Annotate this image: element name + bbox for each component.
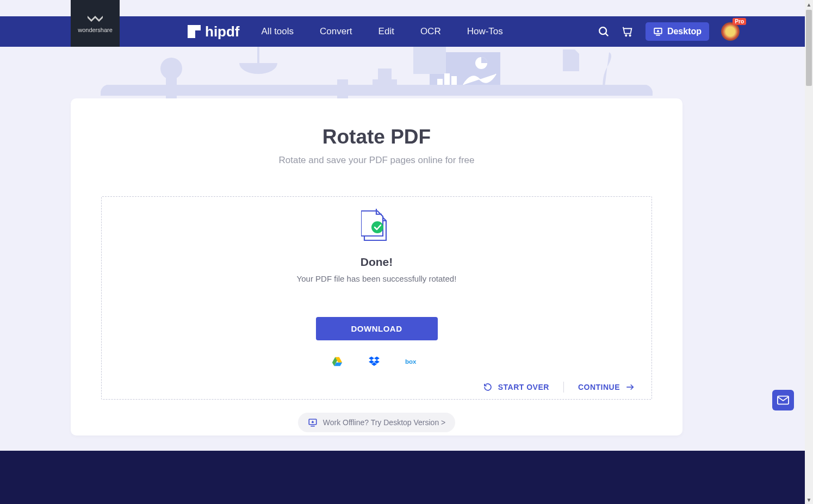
continue-link[interactable]: CONTINUE	[578, 382, 635, 392]
result-box: Done! Your PDF file has been successfull…	[101, 196, 652, 400]
download-button[interactable]: DOWNLOAD	[316, 317, 438, 340]
start-over-label: START OVER	[498, 383, 549, 391]
wondershare-icon	[88, 14, 103, 23]
page-title: Rotate PDF	[101, 126, 652, 148]
scroll-thumb[interactable]	[806, 10, 812, 86]
desktop-small-icon	[308, 418, 318, 427]
header-right: Desktop Pro	[598, 22, 805, 41]
continue-label: CONTINUE	[578, 383, 620, 391]
download-desktop-icon	[653, 27, 663, 36]
nav-convert[interactable]: Convert	[320, 26, 352, 37]
product-logo[interactable]: hipdf	[188, 23, 240, 40]
product-name: hipdf	[205, 23, 240, 40]
page-subtitle: Rotate and save your PDF pages online fo…	[101, 155, 652, 166]
desktop-button[interactable]: Desktop	[646, 22, 709, 41]
search-icon[interactable]	[598, 26, 610, 38]
scroll-down-arrow-icon[interactable]: ▼	[805, 495, 813, 504]
offline-label: Work Offline? Try Desktop Version >	[323, 418, 446, 427]
main-card: Rotate PDF Rotate and save your PDF page…	[71, 98, 682, 435]
nav-ocr[interactable]: OCR	[420, 26, 441, 37]
svg-rect-6	[373, 79, 397, 96]
nav-all-tools[interactable]: All tools	[262, 26, 294, 37]
success-file-icon	[102, 209, 651, 242]
svg-point-2	[625, 35, 626, 36]
mail-icon	[777, 395, 789, 405]
vertical-scrollbar[interactable]: ▲ ▼	[805, 0, 813, 504]
done-subtitle: Your PDF file has been successfully rota…	[102, 274, 651, 283]
dropbox-icon[interactable]	[368, 356, 380, 368]
parent-brand-block[interactable]: wondershare	[71, 0, 120, 47]
svg-point-10	[475, 57, 487, 69]
nav-edit[interactable]: Edit	[378, 26, 394, 37]
top-header: hipdf All tools Convert Edit OCR How-Tos…	[0, 16, 805, 47]
divider	[563, 382, 564, 393]
svg-line-1	[606, 34, 609, 36]
feedback-mail-button[interactable]	[772, 390, 794, 410]
action-row: START OVER CONTINUE	[483, 382, 635, 393]
google-drive-icon[interactable]	[331, 356, 343, 368]
offline-pill[interactable]: Work Offline? Try Desktop Version >	[298, 413, 456, 432]
desktop-button-label: Desktop	[667, 27, 702, 36]
start-over-link[interactable]: START OVER	[483, 382, 549, 392]
main-nav: All tools Convert Edit OCR How-Tos	[262, 26, 503, 37]
restart-icon	[483, 382, 493, 392]
arrow-right-icon	[625, 382, 635, 392]
nav-how-tos[interactable]: How-Tos	[467, 26, 503, 37]
svg-point-0	[599, 27, 606, 34]
header-inner: hipdf All tools Convert Edit OCR How-Tos…	[0, 22, 805, 41]
logo-mark-icon	[188, 25, 201, 38]
footer-bar	[0, 451, 805, 504]
svg-rect-9	[413, 47, 446, 74]
done-title: Done!	[102, 256, 651, 269]
pro-badge: Pro	[733, 18, 746, 25]
svg-rect-7	[378, 69, 392, 79]
svg-rect-8	[430, 52, 500, 96]
avatar[interactable]: Pro	[721, 22, 740, 41]
svg-point-3	[629, 35, 630, 36]
cloud-save-row: box	[102, 356, 651, 368]
decorative-illustration	[71, 47, 734, 98]
box-icon[interactable]: box	[405, 356, 423, 368]
parent-brand-label: wondershare	[78, 27, 113, 33]
cart-icon[interactable]	[622, 26, 634, 38]
scroll-up-arrow-icon[interactable]: ▲	[805, 0, 813, 9]
svg-text:box: box	[405, 358, 417, 365]
svg-point-11	[371, 221, 383, 233]
